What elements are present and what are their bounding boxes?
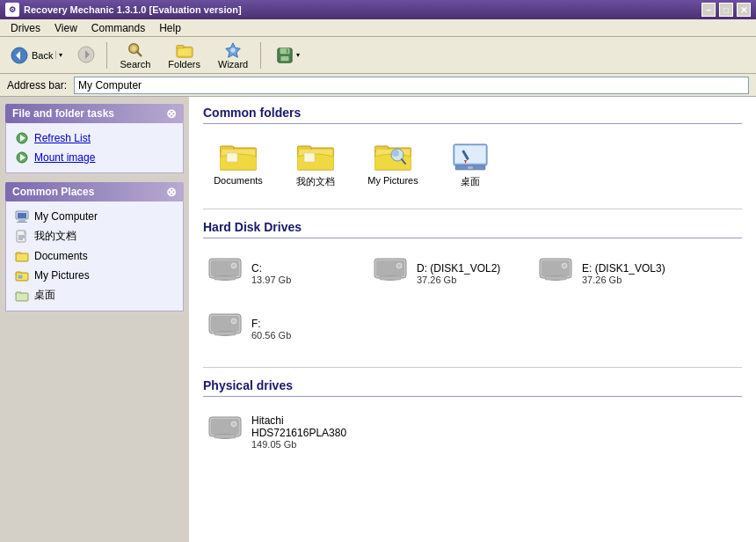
drive-c-name: C: <box>251 262 291 275</box>
menu-view[interactable]: View <box>47 20 84 36</box>
drive-e-icon <box>538 255 573 291</box>
minimize-button[interactable]: – <box>701 3 716 17</box>
file-tasks-title: File and folder tasks <box>12 107 114 120</box>
place-documents[interactable]: Documents <box>13 246 176 266</box>
drive-e[interactable]: E: (DISK1_VOL3) 37.26 Gb <box>534 249 692 297</box>
menu-help[interactable]: Help <box>152 20 188 36</box>
drive-d[interactable]: D: (DISK1_VOL2) 37.26 Gb <box>368 249 527 297</box>
drive-f[interactable]: F: 60.56 Gb <box>203 304 361 353</box>
desktop-folder-icon <box>452 141 489 175</box>
folder-desktop[interactable]: 桌面 <box>435 135 505 194</box>
pictures-icon <box>15 268 29 282</box>
folders-icon <box>176 41 193 59</box>
drive-c-size: 13.97 Gb <box>251 275 291 285</box>
toolbar: Back ▾ Search <box>0 37 756 74</box>
close-button[interactable]: ✕ <box>737 3 751 17</box>
menu-drives[interactable]: Drives <box>4 20 47 36</box>
save-dropdown-icon[interactable]: ▾ <box>296 51 300 59</box>
svg-point-52 <box>392 150 399 157</box>
content-area: Common folders <box>189 97 756 542</box>
refresh-icon <box>15 131 29 145</box>
maximize-button[interactable]: □ <box>719 3 733 17</box>
svg-rect-23 <box>17 222 27 223</box>
physical-drive-0-size: 149.05 Gb <box>251 439 357 450</box>
drive-f-info: F: 60.56 Gb <box>251 318 291 341</box>
drive-e-info: E: (DISK1_VOL3) 37.26 Gb <box>582 262 665 285</box>
menu-commands[interactable]: Commands <box>84 20 152 36</box>
drive-e-size: 37.26 Gb <box>582 275 665 285</box>
svg-rect-21 <box>18 213 26 218</box>
svg-rect-56 <box>455 146 485 163</box>
docs-icon <box>15 230 29 244</box>
svg-rect-47 <box>304 153 315 162</box>
common-folders-title: Common folders <box>203 106 742 124</box>
refresh-list-link[interactable]: Refresh List <box>13 128 176 148</box>
address-input[interactable] <box>74 77 749 94</box>
folders-label: Folders <box>168 59 200 70</box>
toolbar-separator-1 <box>106 42 107 69</box>
mount-image-link[interactable]: Mount image <box>13 148 176 167</box>
pictures-label: My Pictures <box>367 175 418 186</box>
back-dropdown-icon[interactable]: ▾ <box>55 51 62 59</box>
drive-d-info: D: (DISK1_VOL2) 37.26 Gb <box>417 262 500 285</box>
svg-point-5 <box>131 46 135 50</box>
svg-rect-88 <box>214 435 236 438</box>
place-my-computer[interactable]: My Computer <box>13 207 176 226</box>
section-divider-1 <box>203 209 742 209</box>
physical-drive-0-name: Hitachi HDS721616PLA380 <box>251 414 357 439</box>
physical-drive-0[interactable]: Hitachi HDS721616PLA380 149.05 Gb <box>203 407 361 456</box>
sidebar: File and folder tasks ⊗ Refresh List <box>0 97 189 542</box>
physical-drive-icon <box>207 414 243 450</box>
place-my-docs[interactable]: 我的文档 <box>13 226 176 246</box>
documents-label: Documents <box>214 175 263 186</box>
folder-icon-small <box>15 249 29 263</box>
drive-c[interactable]: C: 13.97 Gb <box>203 249 361 297</box>
wdoc-label: 我的文档 <box>296 175 335 188</box>
hard-disk-grid: C: 13.97 Gb <box>203 249 742 353</box>
folder-pictures[interactable]: My Pictures <box>358 135 428 194</box>
svg-rect-76 <box>545 276 566 280</box>
svg-line-6 <box>137 51 142 55</box>
common-places-section: Common Places ⊗ My Computer <box>5 182 184 311</box>
file-tasks-collapse[interactable]: ⊗ <box>166 107 177 120</box>
folders-button[interactable]: Folders <box>160 40 208 71</box>
save-icon <box>276 47 294 64</box>
refresh-list-label: Refresh List <box>34 132 91 144</box>
physical-drives-section: Physical drives Hitachi <box>203 378 742 456</box>
app-icon: ⚙ <box>5 3 19 17</box>
svg-rect-39 <box>17 294 27 300</box>
wdoc-folder-icon <box>297 141 334 175</box>
drive-f-icon <box>207 311 243 347</box>
save-button[interactable]: ▾ <box>265 40 309 71</box>
folder-documents[interactable]: Documents <box>203 135 273 194</box>
svg-point-90 <box>232 422 236 426</box>
place-desktop[interactable]: 桌面 <box>13 285 176 305</box>
section-divider-2 <box>203 367 742 368</box>
title-bar: ⚙ Recovery Mechanic 1.3.1.0 [Evaluation … <box>0 0 756 19</box>
drive-d-name: D: (DISK1_VOL2) <box>417 262 500 275</box>
wizard-button[interactable]: Wizard <box>210 40 256 71</box>
back-button[interactable]: Back ▾ <box>4 40 69 71</box>
file-tasks-section: File and folder tasks ⊗ Refresh List <box>5 104 184 173</box>
svg-point-72 <box>397 264 401 267</box>
svg-rect-15 <box>287 48 288 53</box>
address-bar-label: Address bar: <box>7 79 67 92</box>
place-my-docs-label: 我的文档 <box>34 229 76 244</box>
common-places-collapse[interactable]: ⊗ <box>166 186 177 198</box>
toolbar-separator-2 <box>260 42 261 69</box>
drive-d-icon <box>373 255 408 291</box>
common-places-title: Common Places <box>12 186 94 198</box>
drive-e-name: E: (DISK1_VOL3) <box>582 262 665 275</box>
wizard-label: Wizard <box>218 59 248 70</box>
folder-wdoc[interactable]: 我的文档 <box>280 135 351 194</box>
wizard-icon <box>224 41 242 59</box>
svg-rect-31 <box>17 254 27 260</box>
svg-point-11 <box>230 48 235 52</box>
place-my-pictures-label: My Pictures <box>34 269 90 282</box>
computer-icon <box>15 209 29 223</box>
forward-button[interactable] <box>70 40 102 71</box>
place-desktop-label: 桌面 <box>34 288 55 303</box>
search-button[interactable]: Search <box>112 40 158 71</box>
svg-rect-64 <box>214 276 236 280</box>
place-my-pictures[interactable]: My Pictures <box>13 266 176 285</box>
